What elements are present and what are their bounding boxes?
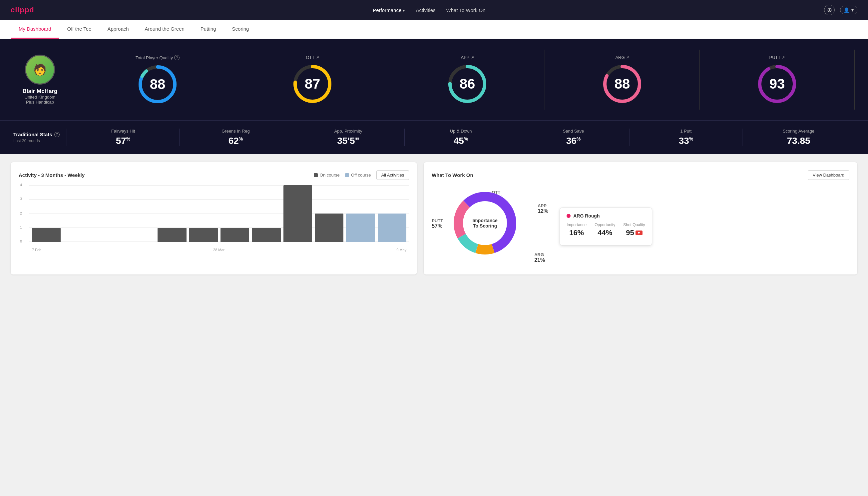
bar-group-6 [221, 228, 249, 242]
score-total-ring: 88 [138, 64, 177, 104]
score-app-ring: 86 [447, 64, 487, 104]
legend-off-course-dot [345, 173, 349, 177]
chart-title: Activity - 3 Months - Weekly [19, 172, 84, 178]
user-chevron: ▾ [851, 7, 854, 13]
score-putt-label: PUTT ↗ [769, 55, 785, 60]
app-arrow-icon: ↗ [471, 55, 474, 60]
bar-on-0 [32, 228, 61, 242]
bar-group-11 [378, 214, 406, 242]
work-on-content: OTT 57% PUTT 57% ARG 21% APP [432, 187, 849, 266]
bars-container [29, 185, 409, 242]
donut-label-arg: ARG 21% [534, 252, 545, 263]
nav-performance[interactable]: Performance ▾ [373, 7, 405, 13]
work-on-card: What To Work On View Dashboard OTT 57% P… [424, 162, 857, 275]
tab-my-dashboard[interactable]: My Dashboard [11, 20, 59, 38]
info-icon[interactable]: ? [174, 55, 179, 60]
trad-info-icon[interactable]: ? [54, 132, 60, 137]
add-button[interactable]: ⊕ [824, 5, 835, 15]
score-total-label: Total Player Quality ? [136, 55, 179, 60]
tooltip-opportunity: Opportunity 44% [595, 222, 615, 237]
nav-activities[interactable]: Activities [416, 7, 435, 13]
bar-on-6 [221, 228, 249, 242]
all-activities-button[interactable]: All Activities [376, 170, 409, 180]
chart-header: Activity - 3 Months - Weekly On course O… [19, 170, 409, 180]
tooltip-card: ARG Rough Importance 16% Opportunity 44%… [559, 207, 652, 246]
x-label-0: 7 Feb [32, 248, 41, 252]
score-ott-ring: 87 [293, 64, 332, 104]
score-arg-label: ARG ↗ [615, 55, 629, 60]
nav-right: ⊕ 👤 ▾ [824, 5, 857, 15]
tooltip-shot-quality: Shot Quality 95 ▼ [623, 222, 645, 237]
traditional-stats: Traditional Stats ? Last 20 rounds Fairw… [0, 120, 868, 154]
x-label-2: 9 May [396, 248, 406, 252]
x-label-1: 28 Mar [213, 248, 224, 252]
trad-subtitle: Last 20 rounds [13, 139, 67, 143]
donut-section: OTT 57% PUTT 57% ARG 21% APP [432, 187, 552, 266]
bottom-section: Activity - 3 Months - Weekly On course O… [0, 154, 868, 282]
donut-wrapper: OTT 57% PUTT 57% ARG 21% APP [432, 187, 552, 266]
score-putt-ring: 93 [757, 64, 797, 104]
tooltip-header: ARG Rough [567, 213, 645, 218]
user-menu-button[interactable]: 👤 ▾ [840, 6, 857, 14]
bar-off-11 [378, 214, 406, 242]
player-country: United Kingdom [25, 95, 56, 99]
bar-on-7 [252, 228, 281, 242]
view-dashboard-button[interactable]: View Dashboard [808, 170, 849, 180]
donut-label-putt: PUTT 57% [432, 218, 443, 229]
chart-legend: On course Off course [314, 173, 371, 177]
x-axis: 7 Feb 28 Mar 9 May [29, 248, 409, 252]
trad-title: Traditional Stats ? [13, 131, 67, 137]
stat-up-down: Up & Down 45% [404, 128, 517, 146]
bar-group-5 [189, 228, 218, 242]
shot-quality-value: 95 ▼ [626, 229, 642, 237]
bar-group-7 [252, 228, 281, 242]
legend-on-course-dot [314, 173, 318, 177]
tooltip-dot [567, 214, 571, 218]
score-putt: PUTT ↗ 93 [700, 50, 855, 110]
stat-greens-in-reg: Greens In Reg 62% [179, 128, 292, 146]
legend-on-course: On course [314, 173, 340, 177]
hero-section: 🧑 Blair McHarg United Kingdom Plus Handi… [0, 39, 868, 120]
bar-on-9 [315, 214, 343, 242]
score-cards: Total Player Quality ? 88 OTT ↗ [80, 50, 855, 110]
tab-around-the-green[interactable]: Around the Green [137, 20, 192, 38]
bar-group-9 [315, 214, 343, 242]
legend-off-course: Off course [345, 173, 371, 177]
stat-app-proximity: App. Proximity 35'5" [292, 128, 404, 146]
tooltip-title: ARG Rough [573, 213, 600, 218]
tooltip-metrics: Importance 16% Opportunity 44% Shot Qual… [567, 222, 645, 237]
score-app: APP ↗ 86 [390, 50, 545, 110]
stat-one-putt: 1 Putt 33% [630, 128, 742, 146]
player-info: 🧑 Blair McHarg United Kingdom Plus Handi… [13, 55, 67, 105]
tooltip-importance: Importance 16% [567, 222, 586, 237]
bar-off-10 [346, 214, 375, 242]
score-ott-value: 87 [305, 76, 320, 92]
bar-chart-area: 4 3 2 1 0 7 Feb 28 Mar 9 May [19, 185, 409, 252]
top-nav: clippd Performance ▾ Activities What To … [0, 0, 868, 20]
arg-arrow-icon: ↗ [626, 55, 629, 60]
down-badge: ▼ [635, 231, 643, 235]
score-putt-value: 93 [769, 76, 785, 92]
donut-center: Importance To Scoring [472, 218, 497, 229]
user-icon: 👤 [844, 7, 849, 13]
score-total: Total Player Quality ? 88 [80, 50, 235, 110]
stat-scoring-average: Scoring Average 73.85 [742, 128, 855, 146]
tab-off-the-tee[interactable]: Off the Tee [59, 20, 99, 38]
work-on-title: What To Work On [432, 172, 473, 178]
score-app-label: APP ↗ [461, 55, 474, 60]
tab-scoring[interactable]: Scoring [224, 20, 257, 38]
tab-approach[interactable]: Approach [99, 20, 137, 38]
bar-group-8 [283, 185, 312, 242]
bar-group-4 [158, 228, 186, 242]
stat-fairways-hit: Fairways Hit 57% [67, 128, 179, 146]
donut-label-app: APP 12% [538, 203, 548, 214]
bar-on-8 [283, 185, 312, 242]
score-app-value: 86 [460, 76, 475, 92]
score-total-value: 88 [150, 76, 165, 92]
chart-controls: On course Off course All Activities [314, 170, 409, 180]
ott-arrow-icon: ↗ [316, 55, 319, 60]
trad-label: Traditional Stats ? Last 20 rounds [13, 131, 67, 143]
tab-putting[interactable]: Putting [192, 20, 224, 38]
nav-what-to-work-on[interactable]: What To Work On [446, 7, 486, 13]
avatar: 🧑 [25, 55, 55, 84]
